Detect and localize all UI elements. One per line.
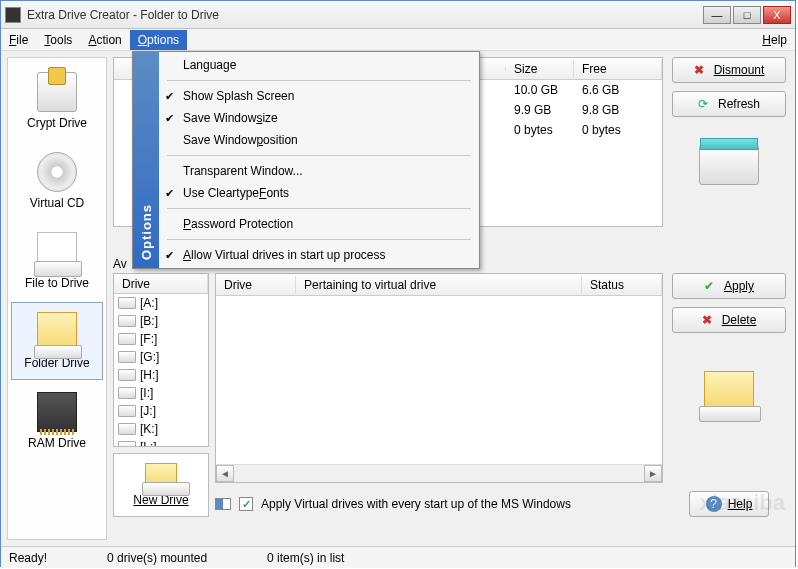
virtual-drives-table[interactable]: Drive Pertaining to virtual drive Status… <box>215 273 663 483</box>
startup-label: Apply Virtual drives with every start up… <box>261 497 571 511</box>
folder-icon <box>145 463 177 489</box>
sidebar-item-folder-drive[interactable]: Folder Drive <box>11 302 103 380</box>
right-buttons-top: ✖Dismount ⟳Refresh <box>669 57 789 249</box>
folder-drive-icon <box>37 312 77 352</box>
cell-size: 0 bytes <box>506 121 574 139</box>
checkmark-icon: ✔ <box>165 90 174 103</box>
menu-item-transparent[interactable]: Transparent Window... <box>159 160 479 182</box>
refresh-button[interactable]: ⟳Refresh <box>672 91 786 117</box>
horizontal-scrollbar[interactable]: ◄ ► <box>216 464 662 482</box>
minimize-button[interactable]: — <box>703 6 731 24</box>
menu-item-language[interactable]: Language <box>159 54 479 76</box>
sidebar-item-ram-drive[interactable]: RAM Drive <box>11 382 103 460</box>
drive-icon <box>118 351 136 363</box>
drive-letter-row[interactable]: [F:] <box>114 330 208 348</box>
available-drives-panel: Drive [A:][B:][F:][G:][H:][I:][J:][K:][L… <box>113 273 209 517</box>
menu-item-password[interactable]: Password Protection <box>159 213 479 235</box>
checkmark-icon: ✔ <box>165 249 174 262</box>
maximize-button[interactable]: □ <box>733 6 761 24</box>
crypt-drive-icon <box>37 72 77 112</box>
drive-letter-row[interactable]: [H:] <box>114 366 208 384</box>
status-ready: Ready! <box>9 551 47 565</box>
drive-letter-label: [J:] <box>140 404 156 418</box>
status-mounted: 0 drive(s) mounted <box>107 551 207 565</box>
sidebar-item-vcd[interactable]: Virtual CD <box>11 142 103 220</box>
drive-icon <box>118 297 136 309</box>
x-icon: ✖ <box>694 63 708 77</box>
scroll-left-arrow[interactable]: ◄ <box>216 465 234 482</box>
sidebar-label: Virtual CD <box>30 196 84 210</box>
cd-icon <box>37 152 77 192</box>
startup-checkbox[interactable]: ✓ <box>239 497 253 511</box>
drive-letter-label: [I:] <box>140 386 153 400</box>
drive-icon <box>118 441 136 447</box>
dismount-button[interactable]: ✖Dismount <box>672 57 786 83</box>
drive-letter-row[interactable]: [B:] <box>114 312 208 330</box>
drive-stack-icon <box>699 145 759 185</box>
x-icon: ✖ <box>702 313 716 327</box>
titlebar[interactable]: Extra Drive Creator - Folder to Drive — … <box>1 1 795 29</box>
menu-item-save-position[interactable]: Save Window position <box>159 129 479 151</box>
menu-item-cleartype[interactable]: ✔Use Cleartype Fonts <box>159 182 479 204</box>
drive-letter-label: [L:] <box>140 440 157 447</box>
sidebar-label: RAM Drive <box>28 436 86 450</box>
ram-icon <box>37 392 77 432</box>
menu-help[interactable]: Help <box>754 30 795 50</box>
col-pertaining[interactable]: Pertaining to virtual drive <box>296 276 582 294</box>
drive-letter-label: [K:] <box>140 422 158 436</box>
drive-icon <box>118 423 136 435</box>
col-status[interactable]: Status <box>582 276 662 294</box>
drive-letter-row[interactable]: [G:] <box>114 348 208 366</box>
drive-icon <box>118 387 136 399</box>
col-drive[interactable]: Drive <box>216 276 296 294</box>
menu-item-save-size[interactable]: ✔Save Window size <box>159 107 479 129</box>
sidebar-label: File to Drive <box>25 276 89 290</box>
check-icon: ✔ <box>704 279 718 293</box>
menu-action[interactable]: Action <box>80 30 129 50</box>
folder-drive-big-icon <box>704 371 754 411</box>
help-button[interactable]: ?Help <box>689 491 769 517</box>
drive-icon <box>118 369 136 381</box>
sidebar-item-file-to-drive[interactable]: File to Drive <box>11 222 103 300</box>
cell-free: 6.6 GB <box>574 81 627 99</box>
drive-letter-row[interactable]: [J:] <box>114 402 208 420</box>
window-title: Extra Drive Creator - Folder to Drive <box>27 8 703 22</box>
cell-size: 10.0 GB <box>506 81 574 99</box>
drive-letter-label: [B:] <box>140 314 158 328</box>
menu-options[interactable]: Options <box>130 30 187 50</box>
available-label: Av <box>113 257 127 271</box>
app-window: Extra Drive Creator - Folder to Drive — … <box>0 0 796 567</box>
statusbar: Ready! 0 drive(s) mounted 0 item(s) in l… <box>1 546 795 568</box>
right-buttons-bottom: ✔Apply ✖Delete <box>669 273 789 411</box>
app-icon <box>5 7 21 23</box>
delete-button[interactable]: ✖Delete <box>672 307 786 333</box>
drive-icon <box>118 405 136 417</box>
menubar: File Tools Action Options Help <box>1 29 795 51</box>
menu-tools[interactable]: Tools <box>36 30 80 50</box>
drive-letter-row[interactable]: [I:] <box>114 384 208 402</box>
menu-item-splash[interactable]: ✔Show Splash Screen <box>159 85 479 107</box>
drive-letter-row[interactable]: [L:] <box>114 438 208 447</box>
scroll-right-arrow[interactable]: ► <box>644 465 662 482</box>
drive-letter-label: [H:] <box>140 368 159 382</box>
close-button[interactable]: X <box>763 6 791 24</box>
col-drive[interactable]: Drive <box>114 275 208 293</box>
drive-letter-row[interactable]: [K:] <box>114 420 208 438</box>
col-free[interactable]: Free <box>574 60 662 78</box>
available-drives-list[interactable]: Drive [A:][B:][F:][G:][H:][I:][J:][K:][L… <box>113 273 209 447</box>
sidebar-item-crypt[interactable]: Crypt Drive <box>11 62 103 140</box>
cell-size: 9.9 GB <box>506 101 574 119</box>
apply-button[interactable]: ✔Apply <box>672 273 786 299</box>
menu-item-startup[interactable]: ✔Allow Virtual drives in start up proces… <box>159 244 479 266</box>
startup-option-row: ✓ Apply Virtual drives with every start … <box>215 491 663 517</box>
drive-letter-row[interactable]: [A:] <box>114 294 208 312</box>
drive-letter-label: [A:] <box>140 296 158 310</box>
refresh-icon: ⟳ <box>698 97 712 111</box>
checkmark-icon: ✔ <box>165 112 174 125</box>
flag-icon <box>215 498 231 510</box>
cell-free: 0 bytes <box>574 121 629 139</box>
new-drive-button[interactable]: New Drive <box>113 453 209 517</box>
col-size[interactable]: Size <box>506 60 574 78</box>
dropdown-sidebar: Options <box>133 52 159 268</box>
menu-file[interactable]: File <box>1 30 36 50</box>
